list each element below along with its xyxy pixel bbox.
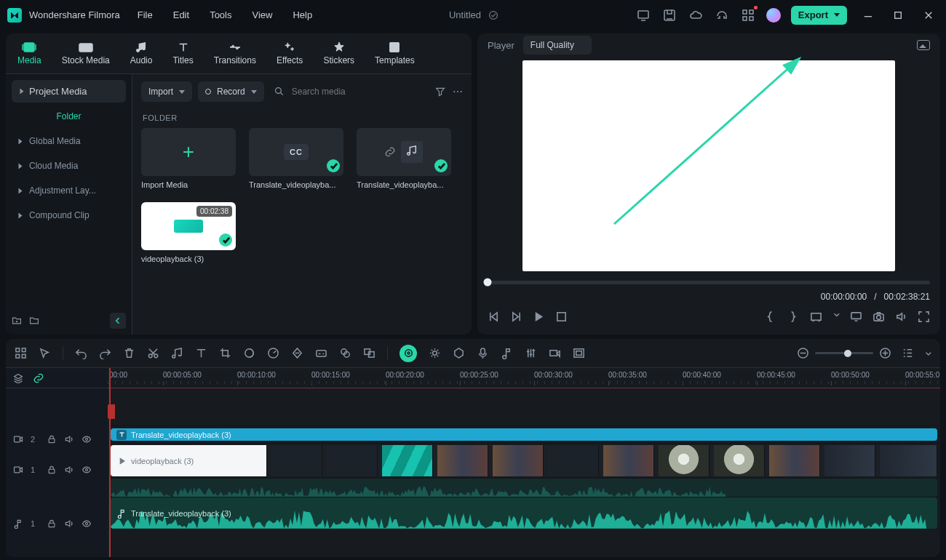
save-icon[interactable]	[661, 7, 677, 23]
media-item-video[interactable]: 00:02:38videoplayback (3)	[141, 202, 236, 263]
mark-in-icon[interactable]	[765, 311, 777, 323]
tl-subtitle-icon[interactable]	[315, 347, 327, 359]
record-dropdown[interactable]: Record	[198, 81, 264, 102]
sidebar-global-media[interactable]: Global Media	[12, 129, 126, 153]
chevron-down-icon[interactable]	[832, 311, 840, 318]
redo-icon[interactable]	[99, 347, 111, 359]
more-icon[interactable]	[453, 87, 463, 97]
delete-icon[interactable]	[123, 347, 135, 359]
support-icon[interactable]	[714, 7, 730, 23]
sidebar-project-media[interactable]: Project Media	[12, 80, 126, 103]
tl-safe-icon[interactable]	[573, 347, 585, 359]
tl-marker-icon[interactable]	[453, 347, 465, 359]
menu-view[interactable]: View	[252, 9, 272, 20]
folder-icon[interactable]	[29, 316, 39, 326]
lock-icon[interactable]	[47, 434, 57, 444]
search-input[interactable]	[290, 86, 392, 97]
sidebar-cloud-media[interactable]: Cloud Media	[12, 153, 126, 178]
track-layers-icon[interactable]	[13, 373, 23, 383]
apps-icon[interactable]	[740, 7, 756, 23]
tl-list-icon[interactable]	[902, 347, 914, 359]
quality-select[interactable]: Full Quality	[523, 36, 592, 55]
preview-viewport[interactable]	[488, 60, 930, 271]
mark-out-icon[interactable]	[787, 311, 800, 323]
tl-enhance-icon[interactable]	[429, 347, 441, 359]
zoom-out-icon[interactable]	[797, 347, 809, 359]
eye-icon[interactable]	[82, 434, 92, 444]
menu-edit[interactable]: Edit	[173, 9, 189, 20]
sidebar-adjustment-layer[interactable]: Adjustment Lay...	[12, 178, 126, 203]
tl-keyframe-icon[interactable]	[291, 347, 303, 359]
media-item-subtitle[interactable]: CCTranslate_videoplayba...	[249, 128, 343, 189]
eye-icon[interactable]	[82, 519, 92, 529]
tl-translate-icon[interactable]	[363, 347, 375, 359]
cloud-icon[interactable]	[688, 7, 704, 23]
chevron-down-icon[interactable]	[924, 347, 931, 359]
play-icon[interactable]	[533, 311, 545, 323]
tl-ai-icon[interactable]	[400, 345, 417, 362]
media-item-audio[interactable]: Translate_videoplayba...	[357, 128, 451, 189]
tl-cursor-icon[interactable]	[39, 347, 51, 359]
tl-apps-icon[interactable]	[15, 347, 27, 359]
tl-text-icon[interactable]	[195, 347, 207, 359]
menu-file[interactable]: File	[138, 9, 153, 20]
mute-icon[interactable]	[64, 434, 74, 444]
window-close[interactable]	[918, 5, 939, 25]
timeline-ruler[interactable]: 00:0000:00:05:0000:00:10:0000:00:15:0000…	[108, 368, 940, 388]
display-out-icon[interactable]	[850, 311, 862, 323]
split-icon[interactable]	[147, 347, 159, 359]
clip-video-audio[interactable]	[111, 479, 937, 497]
clip-text[interactable]: Translate_videoplayback (3)	[111, 428, 937, 441]
tab-stockmedia[interactable]: Stock Media	[62, 41, 110, 65]
track-link-icon[interactable]	[33, 373, 44, 383]
playhead[interactable]	[109, 368, 111, 557]
tab-templates[interactable]: Templates	[375, 41, 415, 65]
zoom-in-icon[interactable]	[879, 347, 891, 359]
window-maximize[interactable]	[888, 5, 908, 25]
tl-mic-icon[interactable]	[477, 347, 489, 359]
sidebar-compound-clip[interactable]: Compound Clip	[12, 203, 126, 228]
tl-render-icon[interactable]	[549, 347, 561, 359]
user-avatar[interactable]	[766, 8, 781, 23]
filter-icon[interactable]	[435, 87, 445, 97]
scrub-bar[interactable]	[488, 276, 930, 289]
tab-stickers[interactable]: Stickers	[323, 41, 354, 65]
tab-transitions[interactable]: Transitions	[214, 41, 256, 65]
tl-audio-icon[interactable]	[501, 347, 513, 359]
ratio-icon[interactable]	[810, 311, 822, 323]
tab-effects[interactable]: Effects	[277, 41, 303, 65]
mute-icon[interactable]	[64, 465, 74, 475]
prev-frame-icon[interactable]	[488, 311, 500, 323]
scrub-knob[interactable]	[484, 279, 492, 287]
lock-icon[interactable]	[47, 465, 57, 475]
clip-audio[interactable]: Translate_videoplayback (3)	[111, 497, 937, 529]
collapse-sidebar-button[interactable]	[110, 313, 126, 329]
sidebar-folder-label[interactable]: Folder	[12, 107, 126, 129]
clip-video[interactable]: videoplayback (3)	[111, 445, 937, 476]
tab-audio[interactable]: Audio	[130, 41, 153, 65]
volume-icon[interactable]	[895, 311, 907, 323]
lock-icon[interactable]	[47, 519, 57, 529]
import-dropdown[interactable]: Import	[141, 81, 192, 102]
zoom-slider[interactable]	[815, 352, 873, 354]
camera-icon[interactable]	[873, 311, 885, 323]
tl-speed-icon[interactable]	[267, 347, 279, 359]
media-import-tile[interactable]: +Import Media	[141, 128, 236, 189]
snapshot-icon[interactable]	[917, 40, 930, 50]
window-minimize[interactable]	[857, 5, 878, 25]
tl-chroma-icon[interactable]	[339, 347, 351, 359]
eye-icon[interactable]	[82, 465, 92, 475]
menu-help[interactable]: Help	[293, 9, 312, 20]
tl-crop-icon[interactable]	[219, 347, 231, 359]
menu-tools[interactable]: Tools	[210, 9, 231, 20]
timeline-tracks[interactable]: 00:0000:00:05:0000:00:10:0000:00:15:0000…	[108, 368, 940, 557]
next-frame-icon[interactable]	[510, 311, 522, 323]
new-folder-icon[interactable]	[12, 316, 22, 326]
undo-icon[interactable]	[75, 347, 87, 359]
stop-icon[interactable]	[555, 311, 568, 323]
tl-music-icon[interactable]	[171, 347, 183, 359]
mute-icon[interactable]	[64, 519, 74, 529]
fullscreen-icon[interactable]	[918, 311, 930, 323]
tl-color-icon[interactable]	[243, 347, 255, 359]
tab-media[interactable]: Media	[17, 41, 41, 65]
